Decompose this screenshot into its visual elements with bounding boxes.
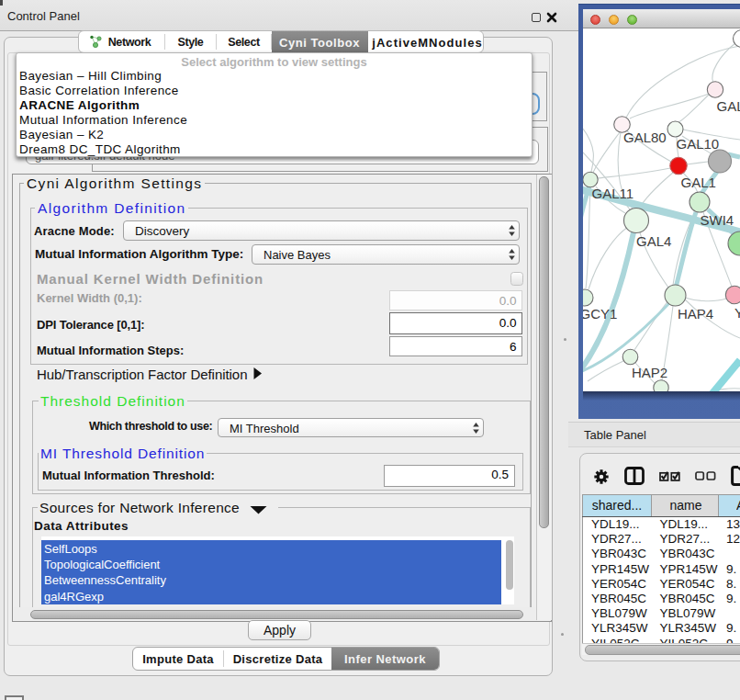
- svg-text:GAL10: GAL10: [677, 136, 720, 152]
- svg-text:Y: Y: [734, 305, 740, 321]
- svg-text:GAL11: GAL11: [592, 186, 634, 201]
- svg-text:GAL1: GAL1: [681, 175, 716, 190]
- svg-text:GAL: GAL: [717, 98, 740, 114]
- svg-text:SWI4: SWI4: [701, 212, 734, 228]
- svg-text:HAP4: HAP4: [678, 306, 713, 322]
- svg-text:GAL4: GAL4: [636, 233, 671, 249]
- svg-text:GCY1: GCY1: [583, 306, 617, 322]
- svg-text:GAL80: GAL80: [623, 130, 667, 145]
- svg-text:HAP2: HAP2: [632, 365, 667, 380]
